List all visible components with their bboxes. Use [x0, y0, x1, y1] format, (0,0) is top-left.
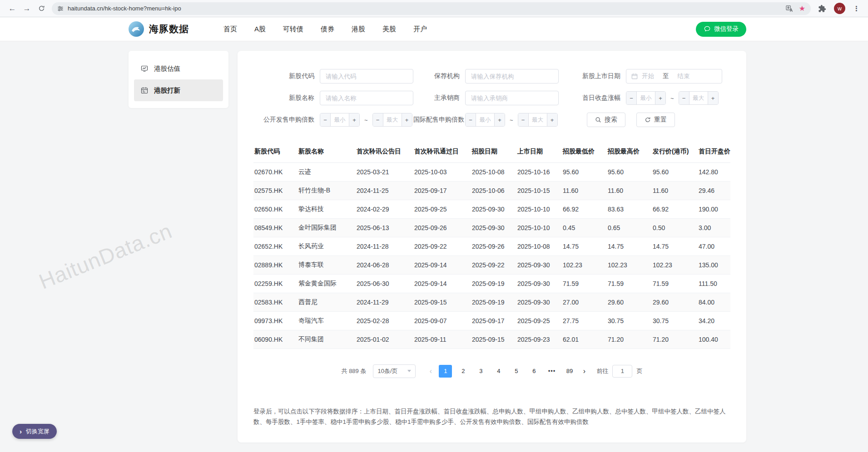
nav-item-1[interactable]: 首页	[223, 25, 237, 34]
nav-item-5[interactable]: 港股	[352, 25, 365, 34]
reset-button[interactable]: 重置	[636, 113, 675, 127]
filter-row-3: 公开发售申购倍数 − + ~ − + 国际配售申购倍数 − +	[253, 113, 730, 127]
first-day-gain-label: 首日收盘涨幅	[567, 94, 626, 102]
browser-toolbar: ← → haitundata.cn/hk-stock-home?menu=hk-…	[0, 0, 868, 17]
refresh-icon	[645, 117, 651, 123]
table-cell: 34.20	[698, 311, 730, 330]
sidebar-item-hk-valuation[interactable]: 港股估值	[134, 58, 223, 79]
page-button-1[interactable]: 1	[439, 365, 452, 378]
decrement-button[interactable]: −	[518, 113, 529, 126]
increment-button[interactable]: +	[655, 92, 665, 104]
wechat-login-button[interactable]: 微信登录	[696, 22, 746, 37]
total-count: 共 889 条	[342, 367, 367, 375]
intl-placing-min-input[interactable]	[476, 113, 494, 126]
forward-button[interactable]: →	[20, 2, 34, 15]
decrement-button[interactable]: −	[320, 113, 331, 126]
table-cell: 0.65	[607, 218, 652, 237]
date-separator: 至	[663, 72, 669, 80]
goto-page-input[interactable]	[612, 365, 632, 378]
underwriter-input[interactable]	[465, 91, 559, 105]
widescreen-toggle-button[interactable]: › 切换宽屏	[12, 424, 57, 439]
url-bar[interactable]: haitundata.cn/hk-stock-home?menu=hk-ipo …	[52, 2, 811, 15]
public-offer-max-input[interactable]	[383, 113, 402, 126]
reload-button[interactable]	[35, 2, 48, 15]
decrement-button[interactable]: −	[679, 92, 689, 104]
increment-button[interactable]: +	[349, 113, 359, 126]
nav-item-4[interactable]: 债券	[321, 25, 334, 34]
dolphin-logo-icon	[129, 21, 144, 37]
public-offer-min-input[interactable]	[331, 113, 349, 126]
translate-icon[interactable]	[786, 5, 794, 12]
back-button[interactable]: ←	[5, 2, 19, 15]
table-cell: 11.60	[652, 181, 698, 200]
table-cell: 2025-10-10	[516, 218, 562, 237]
page-button-4[interactable]: 4	[492, 365, 505, 378]
sponsor-input[interactable]	[465, 69, 559, 84]
increment-button[interactable]: +	[494, 113, 505, 126]
list-date-range-picker[interactable]: 开始 至 结束	[626, 69, 722, 84]
increment-button[interactable]: +	[547, 113, 557, 126]
table-cell: 09973.HK	[253, 311, 298, 330]
increment-button[interactable]: +	[708, 92, 718, 104]
table-cell: 轩竹生物-B	[298, 181, 356, 200]
first-day-gain-min-input[interactable]	[637, 92, 655, 104]
decrement-button[interactable]: −	[626, 92, 637, 104]
goto-page: 前往 页	[596, 365, 642, 378]
nav-item-3[interactable]: 可转债	[283, 25, 303, 34]
page-button-89[interactable]: 89	[563, 365, 576, 378]
filter-row-2: 新股名称 主承销商 首日收盘涨幅 − + ~ − +	[253, 91, 730, 105]
nav-item-7[interactable]: 开户	[413, 25, 427, 34]
range-separator: ~	[510, 117, 513, 123]
table-cell: 2025-09-26	[471, 237, 516, 255]
table-cell: 云迹	[298, 162, 356, 181]
table-cell: 27.75	[562, 311, 607, 330]
search-button[interactable]: 搜索	[587, 113, 625, 127]
table-cell: 83.63	[607, 200, 652, 218]
next-page-button[interactable]: ›	[578, 368, 590, 375]
page-button-6[interactable]: 6	[527, 365, 541, 378]
new-stock-code-input[interactable]	[320, 69, 413, 84]
table-cell: 111.50	[698, 274, 730, 293]
public-offer-multiple-label: 公开发售申购倍数	[253, 116, 320, 124]
table-cell: 102.23	[607, 255, 652, 274]
table-cell: 2025-09-30	[471, 218, 516, 237]
decrement-button[interactable]: −	[373, 113, 383, 126]
page-button-5[interactable]: 5	[510, 365, 523, 378]
table-cell: 2025-09-17	[413, 181, 471, 200]
nav-item-6[interactable]: 美股	[382, 25, 396, 34]
sidebar-item-hk-ipo[interactable]: 港股打新	[134, 79, 223, 101]
underwriter-label: 主承销商	[413, 94, 465, 102]
reset-button-label: 重置	[654, 116, 667, 124]
brand[interactable]: 海豚数据	[129, 21, 189, 37]
prev-page-button[interactable]: ‹	[425, 368, 436, 375]
table-cell: 西普尼	[298, 293, 356, 311]
table-cell: 02259.HK	[253, 274, 298, 293]
table-cell: 02583.HK	[253, 293, 298, 311]
table-cell: 2024-11-25	[356, 181, 413, 200]
table-cell: 14.75	[652, 237, 698, 255]
intl-placing-max-stepper: − +	[518, 113, 558, 127]
page-button-2[interactable]: 2	[456, 365, 470, 378]
page-more-button[interactable]: •••	[545, 365, 558, 378]
table-cell: 71.59	[607, 274, 652, 293]
first-day-gain-max-input[interactable]	[689, 92, 708, 104]
site-info-icon[interactable]	[57, 5, 64, 12]
profile-avatar[interactable]: w	[834, 3, 845, 14]
page-size-select[interactable]: 10条/页	[373, 364, 416, 378]
table-cell: 紫金黄金国际	[298, 274, 356, 293]
bookmark-star-icon[interactable]: ★	[799, 5, 805, 12]
new-stock-name-input[interactable]	[320, 91, 413, 105]
extensions-puzzle-icon[interactable]	[818, 5, 826, 13]
nav-item-2[interactable]: A股	[254, 25, 266, 34]
page-content: HaitunData.cn 港股估值港股打新 新股代码 保荐机构 新股上市日期 …	[0, 41, 868, 452]
table-cell: 2024-11-29	[356, 293, 413, 311]
table-cell: 2025-09-11	[413, 330, 471, 349]
increment-button[interactable]: +	[402, 113, 412, 126]
table-cell: 2025-09-14	[413, 255, 471, 274]
browser-menu-icon[interactable]: ⋮	[853, 5, 860, 13]
page-button-3[interactable]: 3	[474, 365, 487, 378]
table-cell: 奇瑞汽车	[298, 311, 356, 330]
intl-placing-max-input[interactable]	[529, 113, 547, 126]
decrement-button[interactable]: −	[466, 113, 476, 126]
table-cell: 27.00	[562, 293, 607, 311]
